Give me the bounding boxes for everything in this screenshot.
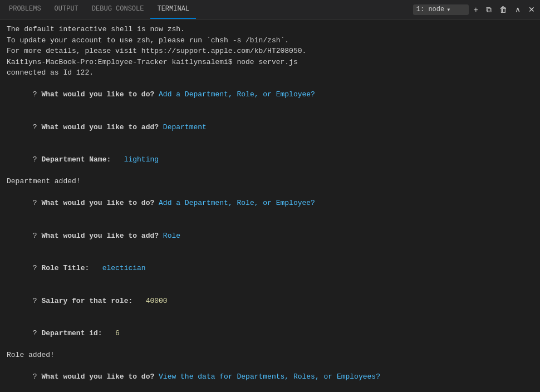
prompt-6: ? Role Title: electician — [7, 252, 533, 285]
tab-debug-console-label: DEBUG CONSOLE — [92, 5, 144, 13]
split-terminal-button[interactable]: ⧉ — [483, 4, 494, 16]
tab-output[interactable]: OUTPUT — [48, 0, 85, 19]
tab-terminal[interactable]: TERMINAL — [150, 0, 196, 19]
chevron-down-icon: ▾ — [446, 6, 450, 14]
prompt-5: ? What would you like to add? Role — [7, 219, 533, 252]
dept-added: Department added! — [7, 176, 533, 187]
prompt-1: ? What would you like to do? Add a Depar… — [7, 79, 533, 111]
new-terminal-button[interactable]: + — [471, 4, 481, 15]
prompt-7: ? Salary for that role: 40000 — [7, 285, 533, 317]
terminal-content[interactable]: The default interactive shell is now zsh… — [0, 19, 540, 392]
split-icon: ⧉ — [486, 5, 492, 14]
init-line-1: The default interactive shell is now zsh… — [7, 24, 533, 35]
trash-icon: 🗑 — [499, 5, 507, 14]
tab-terminal-label: TERMINAL — [157, 5, 189, 13]
prompt-8: ? Department id: 6 — [7, 317, 533, 350]
plus-icon: + — [474, 5, 478, 14]
init-line-3: For more details, please visit https://s… — [7, 46, 533, 57]
chevron-up-button[interactable]: ∧ — [512, 4, 523, 15]
prompt-4: ? What would you like to do? Add a Depar… — [7, 187, 533, 220]
tab-bar-right: 1: node ▾ + ⧉ 🗑 ∧ ✕ — [413, 4, 538, 16]
tab-problems[interactable]: PROBLEMS — [2, 0, 48, 19]
tab-bar-left: PROBLEMS OUTPUT DEBUG CONSOLE TERMINAL — [2, 0, 196, 19]
prompt-9: ? What would you like to do? View the da… — [7, 361, 533, 393]
role-added: Role added! — [7, 350, 533, 361]
close-icon: ✕ — [528, 5, 535, 14]
prompt-3: ? Department Name: lighting — [7, 144, 533, 177]
init-line-2: To update your account to use zsh, pleas… — [7, 35, 533, 46]
app-container: PROBLEMS OUTPUT DEBUG CONSOLE TERMINAL 1… — [0, 0, 540, 392]
init-line-4: Kaitlyns-MacBook-Pro:Employee-Tracker ka… — [7, 57, 533, 68]
terminal-selector-label: 1: node — [416, 6, 444, 13]
chevron-up-icon: ∧ — [515, 5, 521, 14]
terminal-selector[interactable]: 1: node ▾ — [413, 4, 469, 15]
prompt-2: ? What would you like to add? Department — [7, 111, 533, 144]
init-line-5: connected as Id 122. — [7, 67, 533, 79]
delete-terminal-button[interactable]: 🗑 — [497, 4, 510, 15]
tab-debug-console[interactable]: DEBUG CONSOLE — [85, 0, 151, 19]
tab-bar: PROBLEMS OUTPUT DEBUG CONSOLE TERMINAL 1… — [0, 0, 540, 19]
close-panel-button[interactable]: ✕ — [526, 4, 538, 15]
tab-output-label: OUTPUT — [55, 5, 78, 13]
tab-problems-label: PROBLEMS — [9, 5, 41, 13]
